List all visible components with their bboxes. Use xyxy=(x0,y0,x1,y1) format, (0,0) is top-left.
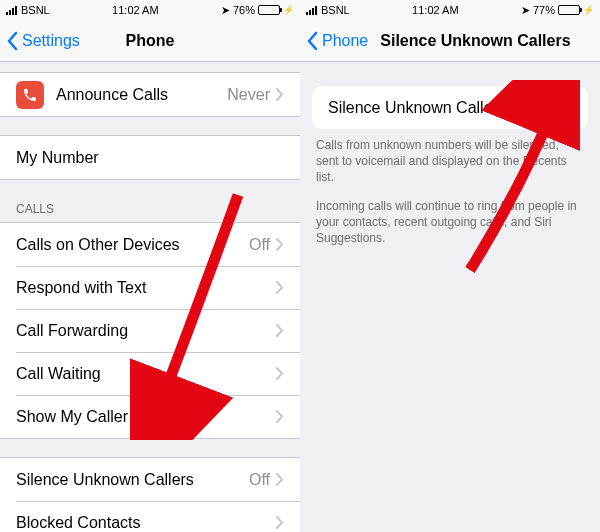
location-icon: ➤ xyxy=(221,4,230,17)
cell-call-waiting[interactable]: Call Waiting xyxy=(0,352,300,395)
chevron-right-icon xyxy=(276,367,284,380)
back-label: Settings xyxy=(22,32,80,50)
cell-respond-with-text[interactable]: Respond with Text xyxy=(0,266,300,309)
announce-calls-icon xyxy=(16,81,44,109)
charging-icon: ⚡ xyxy=(583,5,594,15)
chevron-right-icon xyxy=(276,516,284,529)
cell-label: Call Waiting xyxy=(16,365,276,383)
cell-label: Call Forwarding xyxy=(16,322,276,340)
cell-silence-unknown-callers[interactable]: Silence Unknown CallersOff xyxy=(0,458,300,501)
battery-icon xyxy=(258,5,280,15)
announce-calls-cell[interactable]: Announce Calls Never xyxy=(0,73,300,116)
cell-value: Off xyxy=(249,236,270,254)
cell-calls-on-other-devices[interactable]: Calls on Other DevicesOff xyxy=(0,223,300,266)
status-bar: BSNL 11:02 AM ➤ 77% ⚡ xyxy=(300,0,600,20)
chevron-left-icon xyxy=(6,31,18,51)
calls-header: CALLS xyxy=(0,198,300,222)
silence-toggle[interactable] xyxy=(522,93,572,123)
nav-title: Silence Unknown Callers xyxy=(380,32,570,50)
screen-phone-settings: BSNL 11:02 AM ➤ 76% ⚡ Settings Phone Ann… xyxy=(0,0,300,532)
my-number-cell[interactable]: My Number xyxy=(0,136,300,179)
cell-value: Never xyxy=(227,86,270,104)
chevron-right-icon xyxy=(276,281,284,294)
cell-label: My Number xyxy=(16,149,284,167)
signal-icon xyxy=(306,6,317,15)
cell-call-forwarding[interactable]: Call Forwarding xyxy=(0,309,300,352)
cell-label: Respond with Text xyxy=(16,279,276,297)
chevron-left-icon xyxy=(306,31,318,51)
carrier-label: BSNL xyxy=(21,4,50,16)
chevron-right-icon xyxy=(276,238,284,251)
signal-icon xyxy=(6,6,17,15)
clock-label: 11:02 AM xyxy=(112,4,158,16)
footer-text-2: Incoming calls will continue to ring fro… xyxy=(300,186,600,247)
status-bar: BSNL 11:02 AM ➤ 76% ⚡ xyxy=(0,0,300,20)
cell-label: Silence Unknown Callers xyxy=(328,99,522,117)
back-button[interactable]: Phone xyxy=(300,31,374,51)
back-label: Phone xyxy=(322,32,368,50)
clock-label: 11:02 AM xyxy=(412,4,458,16)
chevron-right-icon xyxy=(276,324,284,337)
cell-label: Silence Unknown Callers xyxy=(16,471,249,489)
settings-content[interactable]: Silence Unknown Callers Calls from unkno… xyxy=(300,62,600,532)
cell-label: Show My Caller ID xyxy=(16,408,276,426)
carrier-label: BSNL xyxy=(321,4,350,16)
chevron-right-icon xyxy=(276,88,284,101)
chevron-right-icon xyxy=(276,410,284,423)
footer-text-1: Calls from unknown numbers will be silen… xyxy=(300,129,600,186)
nav-bar: Settings Phone xyxy=(0,20,300,62)
cell-label: Calls on Other Devices xyxy=(16,236,249,254)
back-button[interactable]: Settings xyxy=(0,31,86,51)
toggle-knob xyxy=(523,94,551,122)
chevron-right-icon xyxy=(276,473,284,486)
silence-toggle-cell[interactable]: Silence Unknown Callers xyxy=(312,86,588,129)
cell-show-my-caller-id[interactable]: Show My Caller ID xyxy=(0,395,300,438)
cell-label: Announce Calls xyxy=(56,86,227,104)
settings-content[interactable]: Announce Calls Never My Number CALLS Cal… xyxy=(0,62,300,532)
nav-bar: Phone Silence Unknown Callers xyxy=(300,20,600,62)
cell-blocked-contacts[interactable]: Blocked Contacts xyxy=(0,501,300,532)
screen-silence-unknown: BSNL 11:02 AM ➤ 77% ⚡ Phone Silence Unkn… xyxy=(300,0,600,532)
charging-icon: ⚡ xyxy=(283,5,294,15)
cell-value: Off xyxy=(249,471,270,489)
battery-percent: 77% xyxy=(533,4,555,16)
battery-icon xyxy=(558,5,580,15)
location-icon: ➤ xyxy=(521,4,530,17)
cell-label: Blocked Contacts xyxy=(16,514,276,532)
battery-percent: 76% xyxy=(233,4,255,16)
